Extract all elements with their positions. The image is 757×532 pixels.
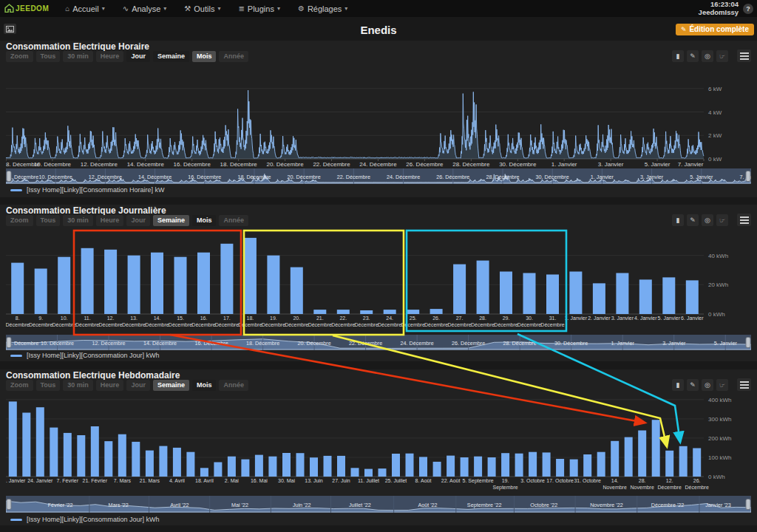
range-button-heure[interactable]: Heure [96,51,124,62]
legend-item[interactable]: [Issy Home][Linky][Consommation Horaire]… [10,186,165,194]
bar[interactable] [11,263,24,314]
menu-accueil[interactable]: ⌂ Accueil ▾ [56,0,114,17]
bar[interactable] [173,448,181,477]
bar[interactable] [241,460,249,477]
bar[interactable] [81,248,94,314]
bar[interactable] [501,453,509,477]
bar[interactable] [392,454,400,477]
chart-type-scatter-button[interactable]: ◎ [702,50,713,62]
pan-tool-button[interactable]: ☞ [716,50,728,62]
hourly-chart-plot[interactable]: 0 kW2 kW4 kW6 kW8. Décembre10. Décembre1… [6,65,751,168]
chart-type-scatter-button[interactable]: ◎ [702,214,713,226]
bar[interactable] [686,280,699,314]
weekly-chart-plot[interactable]: 0 kWh100 kWh200 kWh300 kWh400 kWh10. Jan… [6,394,751,494]
bar[interactable] [488,457,496,477]
range-button-30-min[interactable]: 30 min [63,51,93,62]
bar[interactable] [378,468,387,477]
bar[interactable] [474,457,482,477]
bar[interactable] [313,310,326,314]
chart-type-column-button[interactable]: ▮ [672,50,684,62]
navigator-handle-right[interactable] [746,499,750,510]
bar[interactable] [310,457,318,477]
bar[interactable] [616,273,628,315]
range-button-semaine[interactable]: Semaine [153,215,189,226]
jeedom-logo[interactable]: JEEDOM [0,4,56,13]
bar[interactable] [430,309,443,314]
bar[interactable] [419,457,427,477]
navigator-handle-left[interactable] [7,171,11,182]
bar[interactable] [597,452,605,477]
bar[interactable] [64,433,72,477]
bar[interactable] [118,434,126,477]
bar[interactable] [433,462,441,477]
legend-item[interactable]: [Issy Home][Linky][Consommation Jour] kW… [10,516,160,523]
bar[interactable] [556,459,564,477]
bar[interactable] [569,272,582,315]
bar[interactable] [146,451,154,477]
bar[interactable] [625,437,633,477]
help-icon[interactable]: ? [743,4,753,14]
chart-type-scatter-button[interactable]: ◎ [702,379,713,391]
range-button-30-min[interactable]: 30 min [63,380,93,391]
bar[interactable] [50,428,58,477]
bar[interactable] [197,253,210,314]
bar[interactable] [515,454,523,477]
weekly-chart-navigator[interactable]: Février '22Mars '22Avril '22Mai '22Juin … [6,496,751,513]
range-button-tous[interactable]: Tous [36,51,61,62]
navigator-handle-right[interactable] [746,171,750,182]
bar[interactable] [662,277,675,314]
bar[interactable] [638,431,646,477]
bar[interactable] [543,452,551,477]
range-button-30-min[interactable]: 30 min [63,215,93,226]
bar[interactable] [364,469,373,477]
menu-outils[interactable]: ⚒ Outils ▾ [175,0,229,17]
chart-type-line-button[interactable]: ✎ [687,379,699,391]
bar[interactable] [151,253,163,314]
daily-chart-navigator[interactable]: 8. Décembre10. Décembre12. Décembre14. D… [6,335,751,350]
bar[interactable] [200,468,208,477]
navigator-handle-left[interactable] [7,499,11,510]
bar[interactable] [104,250,117,314]
bar[interactable] [406,454,414,477]
range-button-semaine[interactable]: Semaine [153,51,189,62]
bar[interactable] [324,456,332,477]
range-button-tous[interactable]: Tous [36,380,61,391]
bar[interactable] [9,401,17,477]
bar[interactable] [35,269,47,315]
bar[interactable] [291,267,303,314]
bar[interactable] [104,441,112,477]
bar[interactable] [337,456,345,477]
bar[interactable] [360,310,373,314]
range-button-heure[interactable]: Heure [96,380,124,391]
range-button-mois[interactable]: Mois [192,380,217,391]
chart-context-menu-button[interactable] [737,214,751,226]
range-button-zoom[interactable]: Zoom [6,51,33,62]
menu-plugins[interactable]: ≣ Plugins ▾ [229,0,288,17]
bar[interactable] [186,452,194,477]
range-button-mois[interactable]: Mois [192,215,217,226]
bar[interactable] [384,310,396,314]
range-button-mois[interactable]: Mois [192,51,217,62]
bar[interactable] [583,454,591,477]
bar[interactable] [593,283,605,314]
legend-item[interactable]: [Issy Home][Linky][Consommation Jour] kW… [10,352,160,359]
bar[interactable] [91,426,99,477]
bar[interactable] [447,456,455,477]
bar[interactable] [22,413,30,477]
range-button-année[interactable]: Année [219,380,248,391]
chart-type-column-button[interactable]: ▮ [672,379,684,391]
bar[interactable] [228,457,236,477]
bar[interactable] [244,238,257,314]
bar[interactable] [693,449,701,477]
bar[interactable] [652,420,660,477]
hourly-chart-navigator[interactable]: 8. Décembre10. Décembre12. Décembre14. D… [6,168,751,184]
bar[interactable] [159,446,167,477]
bar[interactable] [477,261,489,314]
range-button-année[interactable]: Année [219,51,248,62]
range-button-tous[interactable]: Tous [36,215,61,226]
range-button-zoom[interactable]: Zoom [6,215,33,226]
bar[interactable] [546,275,559,315]
range-button-jour[interactable]: Jour [126,51,150,62]
bar[interactable] [214,463,222,477]
chart-context-menu-button[interactable] [737,378,751,391]
